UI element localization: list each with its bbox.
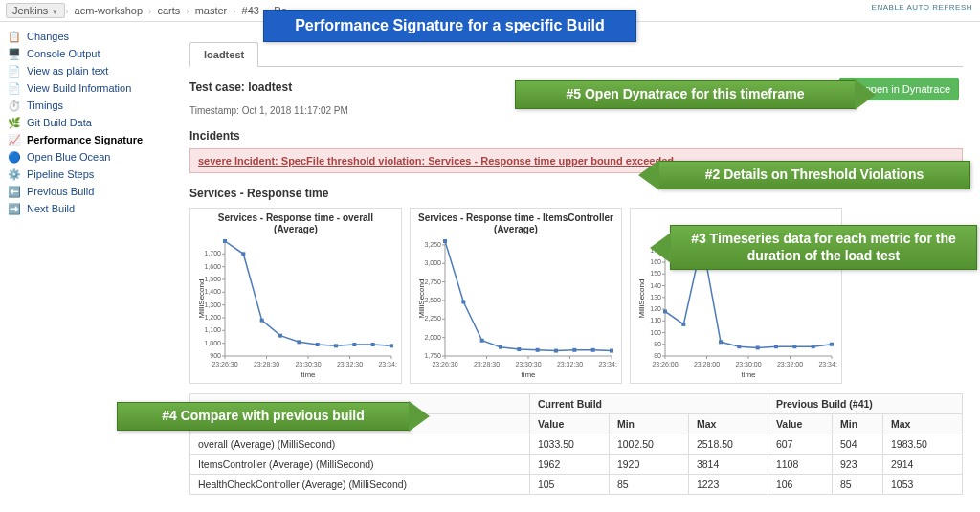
svg-text:23:26:30: 23:26:30 [212,361,237,367]
svg-rect-38 [334,344,338,347]
group-previous: Previous Build (#41) [768,394,962,414]
svg-rect-121 [792,345,796,348]
svg-rect-32 [223,239,227,243]
sidebar-item-label: Pipeline Steps [27,168,94,180]
previous-build-icon: ⬅️ [8,185,21,198]
svg-text:2,750: 2,750 [424,278,441,285]
svg-rect-70 [443,239,447,243]
svg-text:23:32:30: 23:32:30 [557,361,583,367]
view-build-info-icon: 📄 [8,81,21,95]
chart-card: Services - Response time - ItemsControll… [410,208,622,384]
callout-3: #3 Timeseries data for each metric for t… [670,225,977,270]
svg-text:120: 120 [650,305,661,312]
svg-text:MilliSecond: MilliSecond [197,279,206,319]
svg-rect-72 [480,339,484,343]
svg-text:23:28:30: 23:28:30 [254,361,279,367]
svg-text:23:34:00: 23:34:00 [818,361,837,367]
svg-text:23:30:30: 23:30:30 [295,361,321,367]
svg-text:MilliSecond: MilliSecond [417,279,426,319]
svg-rect-37 [316,343,320,346]
callout-5: #5 Open Dynatrace for this timeframe [515,80,856,109]
sidebar-item-git-build-data[interactable]: 🌿Git Build Data [8,114,172,131]
sidebar-item-view-plain-text[interactable]: 📄View as plain text [8,62,172,79]
next-build-icon: ➡️ [8,202,21,215]
incident-link[interactable]: severe Incident: SpecFile threshold viol… [198,155,674,167]
sidebar-item-console-output[interactable]: 🖥️Console Output [8,45,172,62]
svg-rect-119 [756,345,760,349]
svg-rect-120 [774,345,778,348]
svg-rect-40 [371,343,375,346]
sidebar-item-previous-build[interactable]: ⬅️Previous Build [8,183,172,200]
svg-text:150: 150 [650,270,661,277]
breadcrumb-item[interactable]: acm-workshop [69,5,149,16]
svg-text:90: 90 [654,341,661,347]
breadcrumb-item[interactable]: carts [151,5,186,16]
incidents-header: Incidents [189,129,963,143]
sidebar-item-label: Timings [27,100,63,111]
svg-text:1,600: 1,600 [204,263,221,270]
svg-text:23:26:30: 23:26:30 [432,361,457,367]
svg-text:130: 130 [650,294,661,301]
chart-card: Services - Response time - overall (Aver… [189,208,402,384]
svg-text:1,200: 1,200 [204,314,221,321]
breadcrumb-item[interactable]: master [189,5,234,16]
svg-rect-123 [830,343,834,346]
svg-text:1,300: 1,300 [204,301,221,308]
svg-rect-39 [352,343,356,346]
sidebar-item-changes[interactable]: 📋Changes [8,28,172,45]
timings-icon: ⏱️ [8,99,21,112]
svg-text:1,750: 1,750 [424,352,441,359]
sidebar-item-timings[interactable]: ⏱️Timings [8,97,172,114]
changes-icon: 📋 [8,30,21,43]
sidebar-item-next-build[interactable]: ➡️Next Build [8,200,172,217]
breadcrumb-home[interactable]: Jenkins▼ [6,3,65,18]
table-row: HealthCheckController (Average) (MilliSe… [190,475,963,495]
svg-rect-75 [536,348,540,352]
svg-rect-71 [461,300,465,303]
svg-text:2,000: 2,000 [424,334,441,341]
sidebar-item-pipeline-steps[interactable]: ⚙️Pipeline Steps [8,166,172,183]
svg-text:900: 900 [210,352,221,359]
callout-title: Performance Signature for a specific Bui… [263,10,636,42]
svg-rect-41 [390,344,393,347]
svg-text:3,250: 3,250 [424,241,441,248]
svg-text:1,000: 1,000 [204,340,221,346]
svg-text:23:30:00: 23:30:00 [735,361,761,367]
svg-rect-35 [278,334,282,338]
svg-text:23:28:30: 23:28:30 [474,361,500,367]
chart-title: Services - Response time - overall (Aver… [196,212,395,237]
callout-2: #2 Details on Threshold Violations [658,161,970,189]
chart-title: Services - Response time - ItemsControll… [416,212,615,237]
breadcrumb-item[interactable]: #43 [236,5,265,16]
tab-loadtest[interactable]: loadtest [189,42,258,67]
svg-text:time: time [741,370,756,379]
svg-text:time: time [521,370,536,379]
svg-text:1,100: 1,100 [204,326,221,333]
sidebar-item-view-build-info[interactable]: 📄View Build Information [8,79,172,97]
sidebar-item-label: Changes [27,31,69,42]
sidebar-item-label: Open Blue Ocean [27,151,110,163]
svg-text:1,500: 1,500 [204,276,221,282]
sidebar-item-label: View as plain text [27,65,108,77]
svg-rect-34 [260,319,264,323]
svg-text:80: 80 [654,352,661,359]
sidebar-item-blue-ocean[interactable]: 🔵Open Blue Ocean [8,148,172,166]
svg-text:1,400: 1,400 [204,288,221,295]
perf-signature-icon: 📈 [8,133,21,146]
svg-text:MilliSecond: MilliSecond [637,279,646,319]
table-row: ItemsController (Average) (MilliSecond)1… [190,455,963,475]
svg-text:23:32:30: 23:32:30 [337,361,363,367]
svg-text:23:34:30: 23:34:30 [378,361,397,367]
svg-text:23:34:30: 23:34:30 [598,361,617,367]
svg-rect-78 [591,348,595,352]
svg-text:3,000: 3,000 [424,259,441,266]
svg-rect-118 [737,345,741,348]
table-row: overall (Average) (MilliSecond)1033.5010… [190,434,963,455]
sidebar-item-perf-signature[interactable]: 📈Performance Signature [8,131,172,148]
enable-auto-refresh-link[interactable]: ENABLE AUTO REFRESH [872,3,972,11]
svg-text:1,700: 1,700 [204,250,221,256]
sidebar-item-label: Console Output [27,48,100,59]
svg-text:time: time [301,370,316,379]
sidebar: 📋Changes🖥️Console Output📄View as plain t… [0,22,172,512]
svg-rect-122 [812,345,815,348]
